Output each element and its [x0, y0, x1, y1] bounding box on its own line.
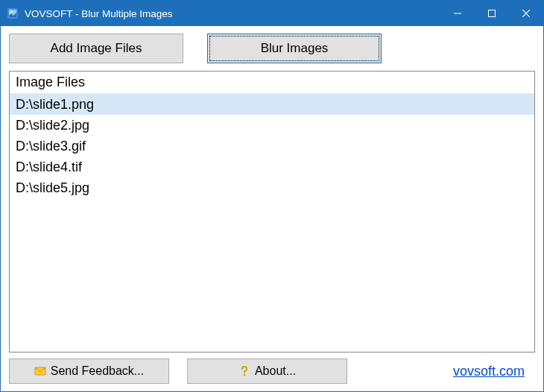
bottom-bar: Send Feedback... About... vovsoft.com: [9, 358, 535, 384]
svg-point-5: [244, 374, 246, 376]
list-item-path: D:\slide2.jpg: [16, 118, 89, 133]
titlebar: VOVSOFT - Blur Multiple Images: [1, 1, 543, 26]
button-label: About...: [255, 364, 296, 378]
svg-rect-3: [489, 10, 496, 17]
list-item[interactable]: D:\slide5.jpg: [10, 177, 534, 198]
envelope-icon: [34, 365, 46, 377]
minimize-button[interactable]: [440, 1, 475, 26]
list-header-label: Image Files: [16, 75, 85, 90]
list-item[interactable]: D:\slide3.gif: [10, 136, 534, 157]
maximize-button[interactable]: [475, 1, 509, 26]
list-item-path: D:\slide4.tif: [16, 159, 82, 175]
list-item-path: D:\slide5.jpg: [16, 180, 89, 196]
list-item-path: D:\slide1.png: [16, 97, 94, 113]
list-item[interactable]: D:\slide2.jpg: [10, 115, 534, 136]
add-image-files-button[interactable]: Add Image Files: [9, 34, 183, 63]
list-item-path: D:\slide3.gif: [16, 139, 86, 154]
list-body: D:\slide1.pngD:\slide2.jpgD:\slide3.gifD…: [10, 94, 534, 352]
close-button[interactable]: [509, 1, 543, 26]
vovsoft-link[interactable]: vovsoft.com: [453, 364, 525, 379]
button-label: Blur Images: [261, 41, 329, 56]
toolbar: Add Image Files Blur Images: [9, 32, 535, 65]
client-area: Add Image Files Blur Images Image Files …: [1, 26, 543, 391]
image-files-list[interactable]: Image Files D:\slide1.pngD:\slide2.jpgD:…: [9, 71, 535, 353]
app-window: VOVSOFT - Blur Multiple Images Add Image…: [0, 0, 544, 392]
button-label: Add Image Files: [51, 41, 142, 56]
blur-images-button[interactable]: Blur Images: [207, 34, 382, 63]
svg-point-2: [10, 11, 13, 13]
button-label: Send Feedback...: [51, 364, 144, 378]
window-title: VOVSOFT - Blur Multiple Images: [25, 8, 173, 19]
send-feedback-button[interactable]: Send Feedback...: [9, 358, 169, 384]
list-header[interactable]: Image Files: [10, 72, 534, 94]
list-item[interactable]: D:\slide1.png: [10, 94, 534, 115]
app-icon: [7, 7, 19, 19]
about-button[interactable]: About...: [187, 358, 347, 384]
list-item[interactable]: D:\slide4.tif: [10, 157, 534, 177]
question-icon: [238, 365, 250, 377]
